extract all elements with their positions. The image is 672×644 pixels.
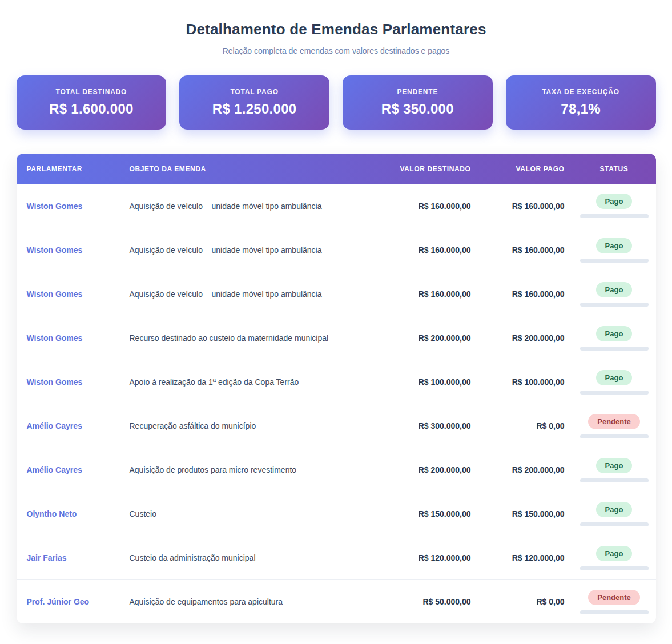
table-row: Amélio Cayres Aquisição de produtos para…: [17, 448, 656, 492]
valor-pago-value: R$ 120.000,00: [471, 553, 565, 562]
card-label: TOTAL PAGO: [230, 88, 278, 96]
valor-pago-value: R$ 200.000,00: [471, 465, 565, 474]
parlamentar-link[interactable]: Wiston Gomes: [17, 333, 130, 343]
status-cell: Pago: [565, 326, 656, 351]
objeto-text: Aquisição de equipamentos para apicultur…: [130, 597, 368, 606]
status-cell: Pendente: [565, 590, 656, 614]
objeto-text: Recuperação asfáltica do município: [130, 421, 368, 430]
status-badge: Pago: [596, 194, 633, 209]
valor-destinado-value: R$ 50.000,00: [368, 597, 471, 606]
valor-pago-value: R$ 150.000,00: [471, 509, 565, 518]
valor-pago-value: R$ 160.000,00: [471, 245, 565, 255]
objeto-text: Aquisição de veículo – unidade móvel tip…: [130, 289, 368, 299]
valor-destinado-value: R$ 120.000,00: [368, 553, 471, 562]
valor-pago-value: R$ 160.000,00: [471, 202, 565, 211]
card-value: 78,1%: [561, 101, 601, 117]
card-value: R$ 1.600.000: [49, 101, 134, 117]
status-cell: Pago: [565, 546, 656, 570]
table-row: Wiston Gomes Aquisição de veículo – unid…: [17, 184, 656, 228]
parlamentar-link[interactable]: Wiston Gomes: [17, 377, 130, 387]
status-badge: Pago: [596, 458, 633, 473]
card-pendente: PENDENTE R$ 350.000: [343, 75, 493, 130]
progress-bar: [580, 478, 649, 482]
status-badge: Pago: [596, 282, 633, 297]
table-row: Wiston Gomes Aquisição de veículo – unid…: [17, 272, 656, 316]
parlamentar-link[interactable]: Prof. Júnior Geo: [17, 597, 130, 606]
table-row: Wiston Gomes Aquisição de veículo – unid…: [17, 228, 656, 272]
parlamentar-link[interactable]: Amélio Cayres: [17, 465, 130, 474]
status-badge: Pago: [596, 546, 633, 561]
status-cell: Pago: [565, 370, 656, 395]
parlamentar-link[interactable]: Wiston Gomes: [17, 289, 130, 299]
progress-bar: [580, 522, 649, 526]
card-value: R$ 1.250.000: [212, 101, 297, 117]
status-badge: Pendente: [588, 590, 640, 605]
parlamentar-link[interactable]: Amélio Cayres: [17, 421, 130, 430]
status-cell: Pago: [565, 502, 656, 526]
table-row: Wiston Gomes Apoio à realização da 1ª ed…: [17, 360, 656, 404]
progress-bar: [580, 303, 649, 307]
column-header-valor-pago: VALOR PAGO: [471, 165, 565, 173]
table-row: Olyntho Neto Custeio R$ 150.000,00 R$ 15…: [17, 492, 656, 536]
valor-pago-value: R$ 0,00: [471, 421, 565, 430]
card-label: TOTAL DESTINADO: [56, 88, 127, 96]
status-badge: Pago: [596, 502, 633, 517]
page-title: Detalhamento de Emendas Parlamentares: [17, 21, 656, 38]
progress-bar: [580, 434, 649, 438]
progress-bar: [580, 214, 649, 218]
valor-pago-value: R$ 160.000,00: [471, 289, 565, 299]
objeto-text: Aquisição de veículo – unidade móvel tip…: [130, 245, 368, 255]
valor-destinado-value: R$ 150.000,00: [368, 509, 471, 518]
table-row: Jair Farias Custeio da administração mun…: [17, 536, 656, 579]
table-row: Prof. Júnior Geo Aquisição de equipament…: [17, 579, 656, 623]
parlamentar-link[interactable]: Wiston Gomes: [17, 245, 130, 255]
valor-destinado-value: R$ 100.000,00: [368, 377, 471, 387]
progress-bar: [580, 610, 649, 614]
status-cell: Pago: [565, 282, 656, 307]
column-header-valor-destinado: VALOR DESTINADO: [368, 165, 471, 173]
emendas-table: PARLAMENTAR OBJETO DA EMENDA VALOR DESTI…: [17, 154, 656, 623]
status-badge: Pago: [596, 238, 633, 253]
parlamentar-link[interactable]: Jair Farias: [17, 553, 130, 562]
objeto-text: Custeio: [130, 509, 368, 518]
page-container: Detalhamento de Emendas Parlamentares Re…: [17, 0, 656, 623]
progress-bar: [580, 566, 649, 570]
table-header-row: PARLAMENTAR OBJETO DA EMENDA VALOR DESTI…: [17, 154, 656, 184]
objeto-text: Aquisição de veículo – unidade móvel tip…: [130, 202, 368, 211]
progress-bar: [580, 259, 649, 263]
valor-destinado-value: R$ 160.000,00: [368, 245, 471, 255]
card-total-destinado: TOTAL DESTINADO R$ 1.600.000: [17, 75, 167, 130]
valor-destinado-value: R$ 160.000,00: [368, 202, 471, 211]
parlamentar-link[interactable]: Olyntho Neto: [17, 509, 130, 518]
progress-bar: [580, 347, 649, 351]
column-header-objeto: OBJETO DA EMENDA: [130, 165, 368, 173]
card-value: R$ 350.000: [381, 101, 454, 117]
table-row: Amélio Cayres Recuperação asfáltica do m…: [17, 404, 656, 448]
valor-destinado-value: R$ 200.000,00: [368, 465, 471, 474]
valor-destinado-value: R$ 160.000,00: [368, 289, 471, 299]
objeto-text: Recurso destinado ao custeio da maternid…: [130, 333, 368, 343]
status-cell: Pago: [565, 458, 656, 482]
table-row: Wiston Gomes Recurso destinado ao custei…: [17, 316, 656, 360]
valor-destinado-value: R$ 200.000,00: [368, 333, 471, 343]
page-subtitle: Relação completa de emendas com valores …: [17, 46, 656, 55]
valor-pago-value: R$ 200.000,00: [471, 333, 565, 343]
column-header-status: STATUS: [565, 165, 656, 173]
card-taxa-execucao: TAXA DE EXECUÇÃO 78,1%: [506, 75, 656, 130]
table-body: Wiston Gomes Aquisição de veículo – unid…: [17, 184, 656, 623]
progress-bar: [580, 391, 649, 395]
objeto-text: Apoio à realização da 1ª edição da Copa …: [130, 377, 368, 387]
objeto-text: Aquisição de produtos para micro revesti…: [130, 465, 368, 474]
valor-pago-value: R$ 100.000,00: [471, 377, 565, 387]
valor-pago-value: R$ 0,00: [471, 597, 565, 606]
status-badge: Pago: [596, 370, 633, 385]
status-badge: Pago: [596, 326, 633, 341]
card-label: PENDENTE: [397, 88, 438, 96]
status-cell: Pago: [565, 238, 656, 263]
valor-destinado-value: R$ 300.000,00: [368, 421, 471, 430]
parlamentar-link[interactable]: Wiston Gomes: [17, 202, 130, 211]
status-cell: Pago: [565, 194, 656, 218]
status-badge: Pendente: [588, 414, 640, 429]
objeto-text: Custeio da administração municipal: [130, 553, 368, 562]
card-total-pago: TOTAL PAGO R$ 1.250.000: [179, 75, 329, 130]
